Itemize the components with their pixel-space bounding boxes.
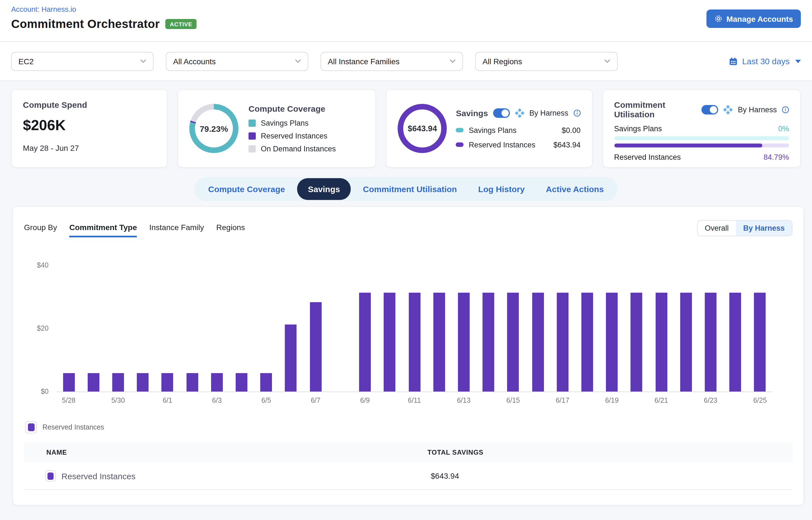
bar-6/1: [162, 373, 174, 392]
by-harness-label: By Harness: [529, 109, 569, 117]
status-badge: ACTIVE: [165, 19, 197, 29]
savings-table: NAME TOTAL SAVINGS Reserved Instances $6…: [24, 442, 792, 490]
x-axis-tick: 6/7: [311, 396, 320, 405]
coverage-percent: 79.23%: [189, 104, 238, 153]
y-axis-tick: $0: [41, 388, 49, 395]
harness-logo-icon: [723, 105, 733, 114]
bar-6/11: [409, 293, 420, 392]
by-harness-toggle[interactable]: [493, 108, 510, 118]
x-axis-tick: 6/25: [753, 396, 767, 405]
bar-6/20: [631, 293, 643, 392]
tab-savings[interactable]: Savings: [297, 178, 351, 200]
table-row[interactable]: Reserved Instances $643.94: [24, 463, 792, 490]
bar-6/14: [482, 293, 494, 392]
legend-swatch: [456, 142, 464, 147]
legend-label: Reserved Instances: [43, 423, 104, 431]
bar-5/29: [88, 373, 99, 392]
bar-5/31: [137, 373, 149, 392]
x-axis-tick: 6/19: [605, 396, 619, 405]
legend-swatch: [248, 132, 256, 140]
harness-logo-icon: [515, 108, 524, 118]
bar-6/17: [556, 293, 568, 392]
service-select[interactable]: EC2: [11, 52, 154, 71]
legend-swatch: [248, 145, 256, 153]
gear-icon: [714, 15, 723, 23]
savings-row-reserved-instances: Reserved Instances $643.94: [456, 140, 581, 149]
card-title: Compute Spend: [23, 100, 156, 109]
info-icon[interactable]: [573, 109, 580, 116]
compute-spend-period: May 28 - Jun 27: [23, 144, 156, 153]
group-by-instance-family[interactable]: Instance Family: [149, 223, 204, 237]
date-range-picker[interactable]: Last 30 days: [729, 56, 801, 66]
by-harness-toggle[interactable]: [701, 105, 718, 114]
savings-card: $643.94 Savings By Harness: [386, 89, 593, 167]
regions-select[interactable]: All Regions: [475, 52, 618, 71]
card-title: Savings: [456, 108, 488, 118]
utilisation-row-reserved-instances: Reserved Instances 84.79%: [614, 153, 789, 161]
group-by-regions[interactable]: Regions: [216, 223, 245, 237]
chevron-down-icon: [450, 59, 456, 63]
calendar-icon: [729, 57, 738, 66]
chevron-down-icon: [295, 59, 301, 63]
bar-6/25: [754, 293, 766, 392]
tab-commitment-utilisation[interactable]: Commitment Utilisation: [353, 179, 467, 199]
app-root: Account: Harness.io Commitment Orchestra…: [0, 0, 812, 520]
x-axis-tick: 6/3: [212, 396, 222, 405]
bar-6/13: [458, 293, 470, 392]
bar-6/5: [261, 373, 272, 392]
savings-panel: Group By Commitment Type Instance Family…: [12, 206, 804, 505]
x-axis-tick: 6/23: [704, 396, 717, 405]
legend-item-reserved-instances: Reserved Instances: [248, 132, 336, 140]
legend-checkbox[interactable]: [25, 421, 37, 434]
reserved-instances-progress-bar: [614, 144, 789, 148]
bar-6/7: [310, 302, 321, 392]
by-harness-label: By Harness: [738, 105, 777, 114]
bar-5/28: [63, 373, 75, 392]
manage-accounts-button[interactable]: Manage Accounts: [706, 9, 801, 28]
column-header-name: NAME: [24, 448, 427, 456]
x-axis-tick: 6/5: [261, 396, 271, 405]
chart-plot-area: $0$20$405/285/306/16/36/56/76/96/116/136…: [56, 265, 772, 392]
savings-row-savings-plans: Savings Plans $0.00: [456, 126, 581, 134]
account-breadcrumb-link[interactable]: Account: Harness.io: [11, 5, 801, 14]
commitment-utilisation-card: Commitment Utilisation By Harness Saving…: [602, 89, 801, 167]
tab-compute-coverage[interactable]: Compute Coverage: [199, 179, 295, 199]
y-axis-tick: $20: [37, 324, 49, 332]
x-axis-tick: 6/13: [457, 396, 471, 405]
instance-families-select[interactable]: All Instance Families: [320, 52, 463, 71]
section-tabs: Compute Coverage Savings Commitment Util…: [0, 177, 812, 201]
bar-6/16: [532, 293, 544, 392]
segment-by-harness[interactable]: By Harness: [736, 220, 792, 236]
bar-6/12: [433, 293, 445, 392]
page-title: Commitment Orchestrator: [11, 17, 160, 31]
legend-swatch: [248, 120, 256, 127]
segment-overall[interactable]: Overall: [698, 220, 736, 236]
accounts-select[interactable]: All Accounts: [166, 52, 308, 71]
chevron-down-icon: [604, 59, 610, 63]
info-icon[interactable]: [782, 106, 789, 113]
bar-6/3: [211, 373, 223, 392]
tab-active-actions[interactable]: Active Actions: [536, 179, 613, 199]
column-header-total-savings: TOTAL SAVINGS: [427, 448, 792, 456]
bar-5/30: [112, 373, 124, 392]
legend-item-on-demand: On Demand Instances: [248, 145, 336, 153]
x-axis-tick: 6/17: [556, 396, 569, 405]
bar-6/4: [236, 373, 247, 392]
x-axis-tick: 5/28: [62, 396, 76, 405]
x-axis-tick: 6/9: [360, 396, 370, 405]
card-title: Compute Coverage: [248, 104, 336, 113]
bar-6/22: [680, 293, 692, 392]
tab-log-history[interactable]: Log History: [469, 179, 534, 199]
summary-cards: Compute Spend $206K May 28 - Jun 27 79.2…: [11, 89, 801, 167]
savings-total: $643.94: [408, 124, 437, 133]
table-header: NAME TOTAL SAVINGS: [24, 442, 792, 463]
compute-spend-value: $206K: [23, 117, 156, 134]
x-axis-tick: 6/21: [655, 396, 668, 405]
group-by-label: Group By: [24, 223, 57, 237]
savings-bar-chart: $0$20$405/285/306/16/36/56/76/96/116/136…: [24, 265, 792, 392]
chart-legend: Reserved Instances: [25, 421, 792, 434]
bar-6/24: [729, 293, 741, 392]
group-by-commitment-type[interactable]: Commitment Type: [69, 223, 137, 237]
bar-6/2: [186, 373, 198, 392]
coverage-donut-chart: 79.23%: [189, 104, 238, 153]
